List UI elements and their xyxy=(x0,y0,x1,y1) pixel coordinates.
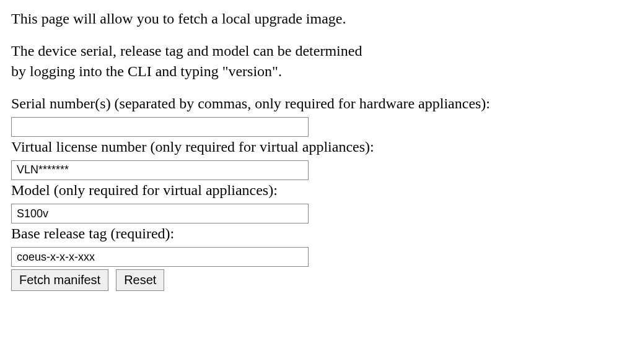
vln-input[interactable] xyxy=(11,160,309,180)
button-row: Fetch manifest Reset xyxy=(11,269,608,291)
help-line-2: by logging into the CLI and typing "vers… xyxy=(11,63,282,79)
vln-group: Virtual license number (only required fo… xyxy=(11,137,608,180)
intro-text: This page will allow you to fetch a loca… xyxy=(11,9,608,30)
serial-input[interactable] xyxy=(11,117,309,137)
model-group: Model (only required for virtual applian… xyxy=(11,180,608,223)
fetch-manifest-button[interactable]: Fetch manifest xyxy=(11,269,108,291)
help-line-1: The device serial, release tag and model… xyxy=(11,43,362,59)
model-input[interactable] xyxy=(11,204,309,223)
serial-group: Serial number(s) (separated by commas, o… xyxy=(11,93,608,137)
release-tag-input[interactable] xyxy=(11,247,309,267)
serial-label: Serial number(s) (separated by commas, o… xyxy=(11,93,608,115)
release-tag-label: Base release tag (required): xyxy=(11,223,608,245)
help-text: The device serial, release tag and model… xyxy=(11,41,608,82)
release-tag-group: Base release tag (required): xyxy=(11,223,608,267)
model-label: Model (only required for virtual applian… xyxy=(11,180,608,201)
vln-label: Virtual license number (only required fo… xyxy=(11,137,608,158)
reset-button[interactable]: Reset xyxy=(116,269,164,291)
